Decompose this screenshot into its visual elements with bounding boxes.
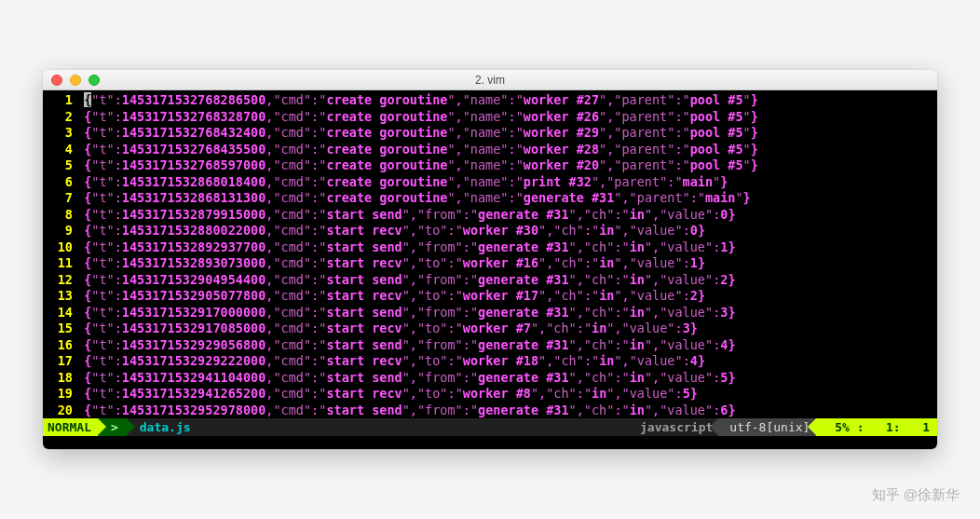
window-title: 2. vim <box>43 74 937 87</box>
line-number: 2 <box>43 109 76 126</box>
line-number: 16 <box>43 337 76 354</box>
code-line[interactable]: 17 {"t":1453171532929222000,"cmd":"start… <box>43 353 937 370</box>
code-content[interactable]: {"t":1453171532904954400,"cmd":"start se… <box>76 272 937 289</box>
editor-viewport[interactable]: 1 {"t":1453171532768286500,"cmd":"create… <box>43 90 937 418</box>
code-content[interactable]: {"t":1453171532768435500,"cmd":"create g… <box>76 142 937 158</box>
minimize-icon[interactable] <box>70 75 81 86</box>
code-content[interactable]: {"t":1453171532879915000,"cmd":"start se… <box>76 207 937 224</box>
close-icon[interactable] <box>51 75 62 86</box>
code-line[interactable]: 15 {"t":1453171532917085000,"cmd":"start… <box>43 321 937 337</box>
code-line[interactable]: 18 {"t":1453171532941104000,"cmd":"start… <box>43 370 937 387</box>
code-line[interactable]: 14 {"t":1453171532917000000,"cmd":"start… <box>43 305 937 321</box>
line-number: 11 <box>43 255 76 272</box>
line-number: 19 <box>43 386 76 403</box>
code-line[interactable]: 4 {"t":1453171532768435500,"cmd":"create… <box>43 142 937 158</box>
code-line[interactable]: 3 {"t":1453171532768432400,"cmd":"create… <box>43 125 937 142</box>
filename-label: data.js <box>140 420 191 434</box>
line-number: 8 <box>43 207 76 224</box>
code-line[interactable]: 12 {"t":1453171532904954400,"cmd":"start… <box>43 272 937 289</box>
code-line[interactable]: 5 {"t":1453171532768597000,"cmd":"create… <box>43 157 937 174</box>
code-content[interactable]: {"t":1453171532917000000,"cmd":"start se… <box>76 305 937 321</box>
code-content[interactable]: {"t":1453171532768328700,"cmd":"create g… <box>76 109 937 126</box>
watermark: 知乎 @徐新华 <box>872 486 960 504</box>
code-content[interactable]: {"t":1453171532892937700,"cmd":"start se… <box>76 239 937 256</box>
code-content[interactable]: {"t":1453171532768597000,"cmd":"create g… <box>76 157 937 174</box>
line-number: 18 <box>43 370 76 387</box>
filetype-label: javascript <box>640 420 713 434</box>
code-line[interactable]: 13 {"t":1453171532905077800,"cmd":"start… <box>43 288 937 305</box>
code-content[interactable]: {"t":1453171532880022000,"cmd":"start re… <box>76 223 937 239</box>
line-number: 20 <box>43 403 76 419</box>
line-number: 7 <box>43 190 76 207</box>
line-number: 6 <box>43 174 76 191</box>
position-segment: 5% : 1: 1 <box>816 418 937 436</box>
filename-segment: data.js <box>127 418 634 436</box>
code-content[interactable]: {"t":1453171532929222000,"cmd":"start re… <box>76 353 937 370</box>
line-number: 9 <box>43 223 76 239</box>
code-line[interactable]: 1 {"t":1453171532768286500,"cmd":"create… <box>43 92 937 109</box>
branch-icon: > <box>111 420 118 434</box>
code-line[interactable]: 6 {"t":1453171532868018400,"cmd":"create… <box>43 174 937 191</box>
terminal-footer <box>43 436 937 449</box>
code-content[interactable]: {"t":1453171532929056800,"cmd":"start se… <box>76 337 937 354</box>
code-line[interactable]: 19 {"t":1453171532941265200,"cmd":"start… <box>43 386 937 403</box>
line-number: 14 <box>43 305 76 321</box>
code-content[interactable]: {"t":1453171532868018400,"cmd":"create g… <box>76 174 937 191</box>
line-label: 1 <box>886 420 893 434</box>
encoding-label: utf-8[unix] <box>729 420 810 434</box>
code-line[interactable]: 2 {"t":1453171532768328700,"cmd":"create… <box>43 109 937 126</box>
code-content[interactable]: {"t":1453171532905077800,"cmd":"start re… <box>76 288 937 305</box>
code-line[interactable]: 11 {"t":1453171532893073000,"cmd":"start… <box>43 255 937 272</box>
maximize-icon[interactable] <box>88 75 100 86</box>
encoding-segment: utf-8[unix] <box>718 418 816 436</box>
code-content[interactable]: {"t":1453171532768432400,"cmd":"create g… <box>76 125 937 142</box>
mode-label: NORMAL <box>48 420 91 434</box>
code-line[interactable]: 10 {"t":1453171532892937700,"cmd":"start… <box>43 239 937 256</box>
line-number: 12 <box>43 272 76 289</box>
code-line[interactable]: 20 {"t":1453171532952978000,"cmd":"start… <box>43 403 937 419</box>
code-line[interactable]: 16 {"t":1453171532929056800,"cmd":"start… <box>43 337 937 354</box>
line-number: 17 <box>43 353 76 370</box>
code-content[interactable]: {"t":1453171532893073000,"cmd":"start re… <box>76 255 937 272</box>
code-content[interactable]: {"t":1453171532952978000,"cmd":"start se… <box>76 403 937 419</box>
traffic-lights <box>43 75 100 86</box>
line-number: 10 <box>43 239 76 256</box>
code-line[interactable]: 7 {"t":1453171532868131300,"cmd":"create… <box>43 190 937 207</box>
line-number: 3 <box>43 125 76 142</box>
code-content[interactable]: {"t":1453171532917085000,"cmd":"start re… <box>76 321 937 337</box>
percent-label <box>827 420 835 434</box>
code-line[interactable]: 9 {"t":1453171532880022000,"cmd":"start … <box>43 223 937 239</box>
line-number: 15 <box>43 321 76 337</box>
code-line[interactable]: 8 {"t":1453171532879915000,"cmd":"start … <box>43 207 937 224</box>
code-content[interactable]: {"t":1453171532941265200,"cmd":"start re… <box>76 386 937 403</box>
line-number: 1 <box>43 92 76 109</box>
titlebar[interactable]: 2. vim <box>43 70 937 90</box>
line-number: 13 <box>43 288 76 305</box>
terminal-window: 2. vim 1 {"t":1453171532768286500,"cmd":… <box>43 70 937 449</box>
line-number: 5 <box>43 157 76 174</box>
col-label: 1 <box>922 420 930 434</box>
mode-indicator: NORMAL <box>43 418 98 436</box>
statusline: NORMAL > data.js javascript utf-8[unix] … <box>43 418 937 436</box>
filetype-segment: javascript <box>634 418 718 436</box>
code-content[interactable]: {"t":1453171532768286500,"cmd":"create g… <box>76 92 937 109</box>
code-content[interactable]: {"t":1453171532941104000,"cmd":"start se… <box>76 370 937 387</box>
code-content[interactable]: {"t":1453171532868131300,"cmd":"create g… <box>76 190 937 207</box>
line-number: 4 <box>43 142 76 158</box>
